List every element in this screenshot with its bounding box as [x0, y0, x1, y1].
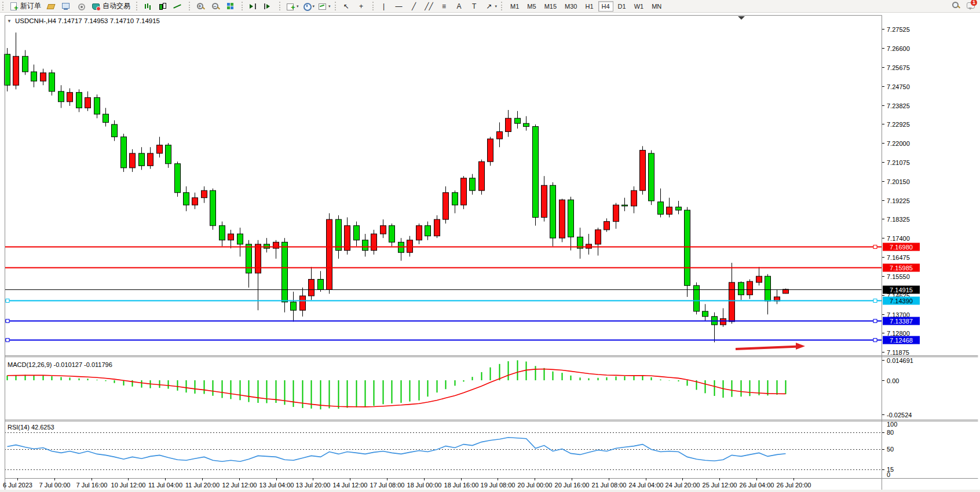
candlestick-chart-button[interactable] [156, 0, 171, 12]
text-tool-icon: A [455, 2, 464, 11]
candle-body [237, 234, 243, 244]
cursor-tool-button[interactable]: ↖ [340, 0, 355, 12]
timeframe-mn-button[interactable]: MN [648, 1, 665, 12]
candle-body [255, 244, 261, 273]
candle-body [568, 200, 574, 237]
signals-button[interactable] [75, 0, 90, 12]
styler-button[interactable] [45, 0, 60, 12]
time-tick-label: 13 Jul 04:00 [259, 482, 294, 489]
price-tick-label: 7.12800 [887, 330, 910, 337]
time-tick-label: 19 Jul 08:00 [481, 482, 515, 489]
chart-window[interactable]: 7.275257.266007.256757.247507.238257.229… [0, 12, 980, 492]
time-tick-label: 6 Jul 2023 [3, 482, 32, 489]
line-handle[interactable] [873, 320, 877, 323]
fibonacci-tool-button[interactable]: ≡ [438, 0, 453, 12]
candle-body [291, 302, 297, 310]
line-handle[interactable] [873, 299, 877, 303]
timeframe-m15-button[interactable]: M15 [541, 1, 560, 12]
line-handle[interactable] [6, 299, 9, 303]
search-icon[interactable] [951, 1, 960, 10]
vertical-line-tool-icon: | [379, 2, 389, 11]
time-tick-label: 24 Jul 04:00 [629, 482, 664, 489]
timeframe-h4-button[interactable]: H4 [598, 1, 613, 12]
candle-body [371, 234, 377, 251]
rsi-label: RSI(14) 42.6253 [8, 424, 54, 431]
terminal-button[interactable] [60, 0, 75, 12]
timeframe-h1-button[interactable]: H1 [582, 1, 597, 12]
candle-body [139, 153, 145, 166]
notifications-icon[interactable]: 1 [966, 1, 975, 10]
line-handle[interactable] [873, 339, 877, 342]
macd-tick-label: 0.014691 [887, 357, 913, 364]
candle-body [694, 285, 700, 311]
chart-shift-button[interactable] [247, 0, 262, 12]
terminal-icon [61, 2, 71, 11]
text-tool-button[interactable]: A [453, 0, 468, 12]
candle-body [318, 280, 324, 290]
candle-body [667, 207, 672, 214]
toolbar-grip [501, 2, 505, 10]
tile-windows-button[interactable] [224, 0, 239, 12]
timeframe-w1-button[interactable]: W1 [631, 1, 648, 12]
zoom-out-button[interactable]: − [209, 0, 224, 12]
price-axis[interactable]: 7.275257.266007.256757.247507.238257.229… [882, 26, 910, 356]
line-handle[interactable] [6, 320, 9, 323]
trendline-tool-button[interactable]: ╱ [408, 0, 423, 12]
bar-chart-button[interactable] [141, 0, 156, 12]
zoom-in-button[interactable]: + [194, 0, 209, 12]
time-tick-label: 26 Jul 20:00 [777, 482, 811, 489]
lens-icon: − [211, 2, 220, 11]
autotrade-button[interactable]: 自动交易 [90, 0, 134, 12]
candle-body [282, 242, 288, 302]
time-tick-label: 18 Jul 16:00 [444, 482, 479, 489]
candle-body [640, 150, 646, 191]
vertical-line-tool-button[interactable]: | [378, 0, 393, 12]
candle-body [184, 193, 189, 205]
candle-body [23, 56, 28, 72]
candle-body [461, 178, 467, 205]
text-label-tool-button[interactable]: T [468, 0, 483, 12]
crosshair-tool-button[interactable]: + [355, 0, 370, 12]
candle-body [765, 276, 771, 301]
candle-body [649, 153, 654, 201]
candle-body [738, 282, 744, 295]
horizontal-line-tool-icon: — [394, 2, 404, 11]
timeframe-m30-button[interactable]: M30 [561, 1, 580, 12]
candle-body [425, 226, 431, 236]
time-tick-label: 7 Jul 00:00 [39, 482, 71, 489]
candle-body [595, 230, 601, 244]
line-handle[interactable] [873, 245, 877, 249]
chart-canvas[interactable]: 7.275257.266007.256757.247507.238257.229… [0, 13, 980, 492]
candle-body [747, 281, 753, 295]
arrows-tool-button[interactable]: ↗▾ [483, 0, 499, 12]
timeframe-m5-button[interactable]: M5 [524, 1, 539, 12]
chart-title: ▼USDCNH-,H4 7.14717 7.14953 7.14710 7.14… [7, 17, 160, 24]
symbol-caret: ▼ [7, 19, 12, 24]
candle-body [407, 240, 413, 252]
periods-button[interactable]: ▾ [301, 0, 317, 12]
templates-button[interactable]: ▾ [316, 0, 332, 12]
line-handle[interactable] [6, 339, 9, 342]
candle-body [202, 190, 207, 197]
candle-body [130, 153, 136, 168]
macd-tick-label: -0.02524 [887, 412, 912, 418]
horizontal-line-tool-button[interactable]: — [393, 0, 408, 12]
channel-tool-button[interactable]: ╱╱ [423, 0, 438, 12]
new-order-button[interactable]: 新订单 [8, 0, 45, 12]
timeframe-d1-button[interactable]: D1 [615, 1, 630, 12]
candle-body [452, 193, 458, 205]
price-tick-label: 7.20150 [887, 178, 910, 185]
candles-icon [158, 2, 167, 11]
auto-scroll-button[interactable] [262, 0, 277, 12]
symbol-ohlc-label: USDCNH-,H4 7.14717 7.14953 7.14710 7.149… [15, 17, 160, 24]
chevron-down-icon: ▾ [313, 4, 315, 9]
candle-body [703, 311, 708, 317]
candle-body [13, 56, 19, 85]
time-tick-label: 11 Jul 04:00 [148, 482, 182, 489]
line-chart-button[interactable] [171, 0, 187, 12]
timeframe-m1-button[interactable]: M1 [507, 1, 522, 12]
window-bottom-edge [0, 490, 980, 492]
indicators-button[interactable]: ▾ [284, 0, 301, 12]
macd-label: MACD(12,26,9) -0.010127 -0.011796 [8, 361, 112, 368]
candle-body [363, 240, 368, 251]
